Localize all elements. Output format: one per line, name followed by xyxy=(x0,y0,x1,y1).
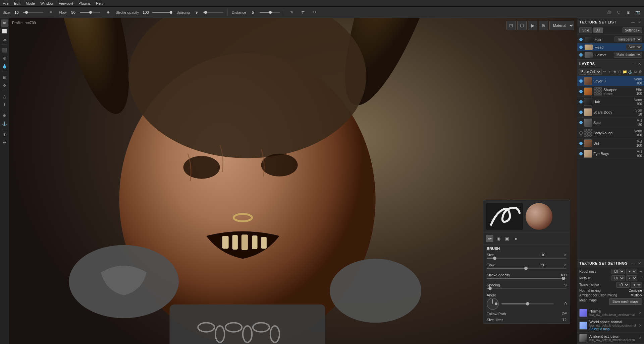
size-reset-icon[interactable]: ↺ xyxy=(564,253,567,257)
video-view-icon[interactable]: ▶ xyxy=(528,21,537,30)
layer-item-sharpen[interactable]: Sharpen sharpen Pthr 100 xyxy=(577,86,644,97)
roughness-extra[interactable]: ▾ xyxy=(626,269,637,274)
layer-add-icon[interactable]: + xyxy=(607,69,612,75)
angle-dial[interactable] xyxy=(487,298,499,310)
flip-v-icon[interactable]: ⇄ xyxy=(300,9,307,16)
layer-vis-dirt[interactable] xyxy=(579,142,583,145)
close-layers-icon[interactable]: ✕ xyxy=(637,61,642,66)
base-col-select[interactable]: Base Col xyxy=(579,69,602,75)
layer-item-layer3[interactable]: Layer 3 Norm 100 xyxy=(577,76,644,86)
solo-button[interactable]: Solo xyxy=(579,27,592,33)
roughness-minus[interactable]: − xyxy=(639,269,642,274)
texture-item-hair[interactable]: Hair Transparent xyxy=(577,36,644,43)
size-brush-slider[interactable] xyxy=(487,258,567,259)
layer-filter-icon[interactable]: ⊟ xyxy=(618,69,622,75)
smudge-tool[interactable]: ☁ xyxy=(1,36,8,43)
layer-vis-scar[interactable] xyxy=(579,121,583,124)
3d-view-icon[interactable]: ⬡ xyxy=(517,21,527,30)
render-icon[interactable]: ⬡ xyxy=(615,9,623,16)
angle-slider[interactable] xyxy=(501,303,554,304)
tex-shader-head[interactable]: Skin xyxy=(626,44,642,50)
capture-icon[interactable]: ⊕ xyxy=(539,21,548,30)
close-tss-icon[interactable]: ✕ xyxy=(637,261,642,266)
tex-shader-hair[interactable]: Transparent xyxy=(614,37,642,42)
minimize-tss-icon[interactable]: — xyxy=(630,261,636,266)
picker-tool[interactable]: 💧 xyxy=(1,63,8,70)
transmissive-extra[interactable]: ▾ xyxy=(631,282,642,288)
minimize-icon[interactable]: — xyxy=(630,19,636,25)
layer-copy-icon[interactable]: ⧉ xyxy=(633,69,638,75)
layer-item-eyebags[interactable]: Eye Bags Mul 100 xyxy=(577,149,644,159)
layer-anchor-icon[interactable]: ⚓ xyxy=(628,69,633,75)
layer-folder-icon[interactable]: 📁 xyxy=(623,69,627,75)
screenshot-icon[interactable]: 📷 xyxy=(634,9,641,16)
layer-vis-sharpen[interactable] xyxy=(579,90,583,93)
video-icon[interactable]: 📽 xyxy=(625,9,632,16)
meshmap-normal-close[interactable]: ✕ xyxy=(639,311,642,315)
menu-mode[interactable]: Mode xyxy=(26,1,35,5)
distance-slider[interactable] xyxy=(260,12,280,13)
layer-item-bodyrough[interactable]: BodyRough Norm 100 xyxy=(577,128,644,138)
flow-icon[interactable]: ◈ xyxy=(104,9,112,16)
roughness-format[interactable]: L8 xyxy=(611,269,625,274)
meshmap-ao-close[interactable]: ✕ xyxy=(639,336,642,340)
menu-help[interactable]: Help xyxy=(96,1,104,5)
close-tex-list-icon[interactable]: ✕ xyxy=(637,19,642,25)
tex-settings-button[interactable]: Settings ▾ xyxy=(623,27,642,33)
transmissive-format[interactable]: sRGB8 xyxy=(616,282,630,288)
tex-shader-helmet[interactable]: Main shader xyxy=(614,52,642,58)
layer-item-scarsbody[interactable]: Scars Body Scm 28 xyxy=(577,107,644,118)
stroke-opacity-slider[interactable] xyxy=(152,12,172,13)
prop-tool[interactable]: ⚙ xyxy=(1,112,8,119)
brush-tab-material[interactable]: ▣ xyxy=(503,235,511,242)
bake-mesh-maps-button[interactable]: Bake mesh maps xyxy=(609,298,642,305)
camera-view-icon[interactable]: ⊡ xyxy=(506,21,516,30)
metallic-extra[interactable]: ▾ xyxy=(626,275,637,281)
layer-vis-scarsbody[interactable] xyxy=(579,111,583,114)
menu-plugins[interactable]: Plugins xyxy=(78,1,91,5)
text-tool[interactable]: T xyxy=(1,101,8,108)
spacing-slider[interactable] xyxy=(203,12,223,13)
layer-vis-layer3[interactable] xyxy=(579,79,583,83)
layer-vis-eyebags[interactable] xyxy=(579,152,583,155)
metallic-format[interactable]: L8 xyxy=(611,275,625,281)
menu-window[interactable]: Window xyxy=(40,1,53,5)
brush-tab-color[interactable]: ◉ xyxy=(495,235,502,242)
layer-vis-hair[interactable] xyxy=(579,100,583,104)
meshmap-wsn-close[interactable]: ✕ xyxy=(639,323,642,328)
polygon-tool[interactable]: △ xyxy=(1,93,8,100)
layer-item-hair[interactable]: Hair Norm 100 xyxy=(577,97,644,107)
eraser-tool[interactable]: ⬜ xyxy=(1,27,8,35)
menu-file[interactable]: File xyxy=(3,1,9,5)
menu-viewport[interactable]: Viewport xyxy=(59,1,73,5)
all-button[interactable]: All xyxy=(593,27,603,33)
layer-delete-icon[interactable]: 🗑 xyxy=(638,69,643,75)
brush-icon[interactable]: ✏ xyxy=(47,9,55,16)
menu-edit[interactable]: Edit xyxy=(14,1,20,5)
fill-tool[interactable]: ⬛ xyxy=(1,47,8,54)
flow-reset-icon[interactable]: ↺ xyxy=(564,263,567,267)
select-tool[interactable]: ⊞ xyxy=(1,74,8,81)
select-id-map-link[interactable]: Select id map xyxy=(589,327,637,331)
brush-tab-settings[interactable]: ● xyxy=(512,235,520,242)
metallic-minus[interactable]: − xyxy=(639,276,642,281)
paint-tool[interactable]: ✏ xyxy=(1,19,8,27)
camera-icon[interactable]: 🎥 xyxy=(606,9,613,16)
anchor-tool[interactable]: ⚓ xyxy=(1,120,8,127)
rotate-icon[interactable]: ↻ xyxy=(311,9,318,16)
settings-tool[interactable]: ☰ xyxy=(1,139,8,146)
layer-item-scar[interactable]: Scar Mul 80 xyxy=(577,118,644,128)
flip-h-icon[interactable]: ⇅ xyxy=(288,9,296,16)
brush-tab-stroke[interactable]: ✏ xyxy=(486,235,493,242)
stroke-opacity-brush-slider[interactable] xyxy=(487,278,567,279)
size-slider[interactable] xyxy=(23,12,43,13)
layer-paint-icon[interactable]: ✏ xyxy=(602,69,607,75)
texture-item-helmet[interactable]: Helmet Main shader xyxy=(577,51,644,59)
layer-fx-icon[interactable]: ★ xyxy=(612,69,617,75)
minimize-layers-icon[interactable]: — xyxy=(630,61,636,66)
clone-tool[interactable]: ⊕ xyxy=(1,55,8,62)
flow-slider[interactable] xyxy=(80,12,100,13)
spacing-brush-slider[interactable] xyxy=(487,288,567,289)
material-select[interactable]: Material xyxy=(549,21,574,30)
layer-visibility-tool[interactable]: 👁 xyxy=(1,131,8,138)
